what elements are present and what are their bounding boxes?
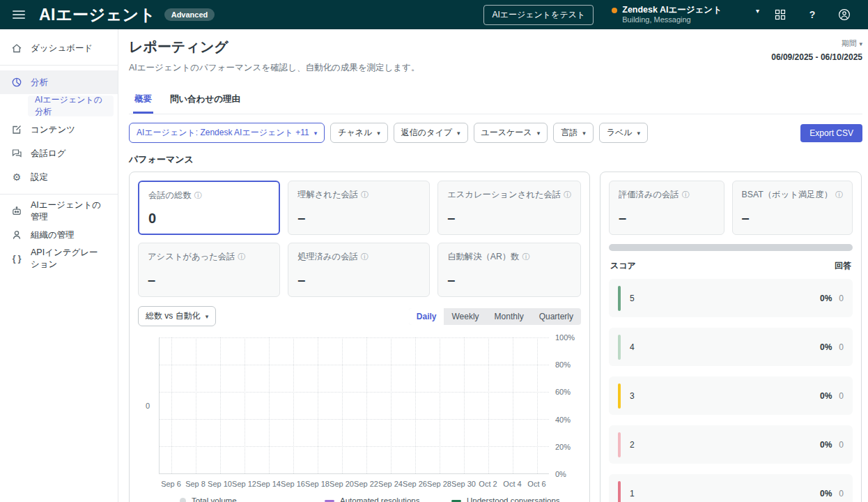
- metric-card-escalated-conversations[interactable]: エスカレーションされた会話ⓘ –: [437, 181, 581, 235]
- tab-contact-reasons[interactable]: 問い合わせの理由: [169, 89, 242, 114]
- answers-column-header: 回答: [835, 260, 851, 272]
- page-title: レポーティング: [129, 38, 419, 56]
- csat-panel: 評価済みの会話ⓘ – BSAT（ボット満足度）ⓘ – スコア 回答 5: [600, 172, 862, 502]
- product-tray-icon[interactable]: [769, 9, 791, 20]
- sidebar-item-settings[interactable]: ⚙ 設定: [0, 165, 118, 189]
- sidebar-item-ai-agent-analytics[interactable]: AIエージェントの分析: [28, 96, 114, 116]
- info-icon: ⓘ: [361, 190, 369, 200]
- metric-card-rated-conversations[interactable]: 評価済みの会話ⓘ –: [609, 181, 724, 235]
- score-row-4: 4 0%0: [609, 328, 853, 366]
- metric-card-understood-conversations[interactable]: 理解された会話ⓘ –: [288, 181, 430, 235]
- score-row-1: 1 0%0: [609, 474, 853, 502]
- sidebar-item-conversation-logs[interactable]: 会話ログ: [0, 142, 118, 165]
- gear-icon: ⚙: [11, 172, 22, 183]
- gridline: [160, 419, 549, 420]
- tab-monthly[interactable]: Monthly: [487, 308, 532, 325]
- compose-icon: [11, 124, 22, 135]
- person-icon: [11, 229, 22, 241]
- x-tick-label: Sep 12: [232, 480, 256, 488]
- metric-card-automated-resolutions[interactable]: 自動解決（AR）数ⓘ –: [437, 243, 581, 297]
- label-filter[interactable]: ラベル▾: [599, 123, 648, 143]
- tab-quarterly[interactable]: Quarterly: [532, 308, 581, 325]
- score-bar-icon: [618, 432, 621, 457]
- legend-item: Total volume: [180, 496, 325, 502]
- score-bar-icon: [618, 383, 621, 409]
- x-tick-label: Sep 6: [159, 480, 183, 488]
- account-subtitle: Building, Messaging: [622, 15, 722, 24]
- gridline: [196, 337, 196, 473]
- help-icon[interactable]: ?: [801, 9, 823, 20]
- legend-item: Understood conversations: [451, 496, 581, 502]
- metric-card-bsat[interactable]: BSAT（ボット満足度）ⓘ –: [732, 181, 853, 235]
- metric-value: –: [742, 210, 843, 226]
- metric-value: –: [619, 210, 715, 226]
- legend-swatch-icon: [180, 498, 186, 502]
- profile-icon[interactable]: [833, 8, 855, 21]
- chevron-down-icon: ▾: [637, 130, 641, 137]
- info-icon: ⓘ: [682, 190, 690, 200]
- period-label: 期間: [842, 39, 857, 47]
- metric-card-total-conversations[interactable]: 会話の総数ⓘ 0: [138, 181, 280, 235]
- gridline: [245, 337, 245, 473]
- sidebar-item-content[interactable]: コンテンツ: [0, 118, 118, 142]
- score-bar-icon: [618, 335, 621, 360]
- score-row-3: 3 0%0: [609, 376, 853, 415]
- x-tick-label: Sep 10: [208, 480, 232, 488]
- reply-type-filter[interactable]: 返信のタイプ▾: [394, 123, 468, 143]
- menu-icon[interactable]: [13, 10, 25, 19]
- granularity-tabs: Daily Weekly Monthly Quarterly: [409, 308, 581, 325]
- x-tick-label: Oct 4: [500, 480, 525, 488]
- gridline: [171, 337, 172, 473]
- metric-value: 0: [148, 211, 270, 227]
- gridline: [342, 337, 343, 473]
- sidebar-item-ai-agent-management[interactable]: AIエージェントの管理: [0, 199, 118, 223]
- series-selector-dropdown[interactable]: 総数 vs 自動化▾: [138, 306, 216, 326]
- page-subtitle: AIエージェントのパフォーマンスを確認し、自動化の成果を測定します。: [129, 62, 419, 74]
- sidebar-item-org-management[interactable]: 組織の管理: [0, 223, 118, 247]
- bsat-distribution-bar: [609, 244, 853, 251]
- tab-weekly[interactable]: Weekly: [444, 308, 486, 325]
- score-count: 0: [839, 440, 844, 450]
- sidebar-item-api-integrations[interactable]: { } APIインテグレーション: [0, 247, 118, 271]
- language-filter[interactable]: 言語▾: [553, 123, 594, 143]
- gridline: [160, 446, 549, 447]
- metric-card-processed-conversations[interactable]: 処理済みの会話ⓘ –: [288, 243, 430, 297]
- metric-value: –: [447, 210, 571, 226]
- gridline: [391, 337, 392, 473]
- chevron-down-icon: ▾: [377, 130, 380, 137]
- channel-filter[interactable]: チャネル▾: [330, 123, 388, 143]
- x-tick-label: Oct 6: [525, 480, 549, 488]
- export-csv-button[interactable]: Export CSV: [800, 124, 862, 142]
- ai-agent-filter[interactable]: AIエージェント: Zendesk AIエージェント +11▾: [129, 123, 325, 143]
- gridline: [488, 337, 489, 473]
- legend-swatch-icon: [325, 500, 334, 502]
- chevron-down-icon: ▾: [206, 313, 209, 320]
- account-switcher[interactable]: Zendesk AIエージェント Building, Messaging ▾: [612, 5, 759, 24]
- sidebar-item-analytics[interactable]: 分析: [0, 70, 118, 94]
- sidebar-item-label: 組織の管理: [31, 229, 75, 241]
- chat-icon: [11, 148, 22, 159]
- performance-chart: 0 100% 80% 60% 40% 20% 0%: [159, 337, 549, 474]
- gridline: [160, 392, 549, 393]
- app-title: AIエージェント: [39, 4, 156, 26]
- x-tick-label: Sep 20: [330, 480, 354, 488]
- main-content: レポーティング AIエージェントのパフォーマンスを確認し、自動化の成果を測定しま…: [118, 29, 868, 502]
- report-tabs: 概要 問い合わせの理由: [129, 89, 862, 114]
- info-icon: ⓘ: [835, 190, 843, 200]
- metric-card-assisted-conversations[interactable]: アシストがあった会話ⓘ –: [138, 243, 280, 297]
- use-case-filter[interactable]: ユースケース▾: [474, 123, 548, 143]
- filter-row: AIエージェント: Zendesk AIエージェント +11▾ チャネル▾ 返信…: [129, 123, 862, 143]
- test-ai-agent-button[interactable]: AIエージェントをテスト: [483, 5, 594, 25]
- sidebar-item-label: 設定: [31, 172, 48, 183]
- pie-chart-icon: [11, 77, 22, 88]
- gridline: [160, 365, 549, 365]
- x-tick-label: Sep 22: [354, 480, 378, 488]
- sidebar-item-label: 分析: [31, 77, 48, 89]
- gridline: [537, 337, 538, 473]
- tab-overview[interactable]: 概要: [133, 89, 153, 114]
- sidebar-item-dashboard[interactable]: ダッシュボード: [0, 36, 118, 60]
- braces-icon: { }: [11, 254, 22, 264]
- tab-daily[interactable]: Daily: [409, 308, 444, 325]
- period-selector[interactable]: 期間 ▾ 06/09/2025 - 06/10/2025: [771, 38, 862, 74]
- y-axis-left-label: 0: [146, 402, 150, 410]
